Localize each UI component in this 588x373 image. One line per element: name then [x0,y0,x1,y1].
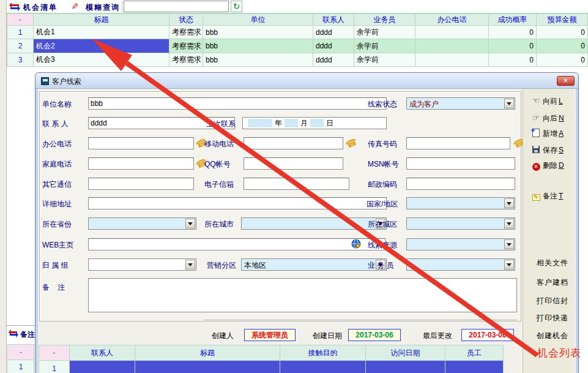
table-row-selected[interactable]: 2 机会2 考察需求 bbb dddd 余学前 0 0 [7,39,588,53]
remark-textarea[interactable] [88,278,517,312]
label-remark: 备 注 [42,282,65,293]
hand-right-icon: ☞ [530,113,541,122]
col-rownum[interactable]: - [7,13,34,26]
save-button[interactable]: 保存S [530,145,564,156]
nav-next-button[interactable]: ☞向后N [530,113,564,124]
create-customer-link[interactable]: 客户建档 [537,277,568,288]
dialog-titlebar[interactable]: 客户线索 ✕ [35,73,578,89]
menu-fuzzy-query[interactable]: 模糊查询 [86,2,120,13]
chevron-down-icon[interactable] [504,260,514,269]
label-msn: MSN帐号 [368,159,399,170]
label-district: 所在城区 [368,219,397,230]
chevron-down-icon[interactable] [504,219,514,228]
col-contact[interactable]: 联系人 [70,345,135,361]
label-web: WEB主页 [42,240,73,251]
modified-date-value: 2017-03-06 [461,329,514,341]
col-office-phone[interactable]: 办公电话 [415,13,489,26]
qq-input[interactable] [244,157,343,170]
add-button[interactable]: +新增A [530,129,564,139]
email-input[interactable] [244,178,349,190]
hand-left-icon: ☜ [530,96,541,105]
lead-source-combo[interactable] [406,238,515,251]
col-employee[interactable]: 员工 [445,345,504,361]
col-rownum[interactable]: - [39,345,70,361]
note-row-1[interactable]: 1 [7,360,34,373]
chevron-down-icon[interactable] [504,99,514,108]
chevron-down-icon[interactable] [504,198,514,208]
floppy-icon [530,146,541,154]
col-status[interactable]: 状态 [169,13,203,26]
col-purpose[interactable]: 接触目的 [280,345,366,361]
window-edge [0,0,7,373]
table-row[interactable]: 3 机会3 考察需求 bbb dddd 余学前 0 0 [7,53,588,67]
fuzzy-query-icon: ✎ [70,2,80,10]
postcode-input[interactable] [406,178,515,190]
dialog-title: 客户线索 [52,77,81,87]
create-opportunity-link[interactable]: 创建机会 [537,331,568,341]
city-combo[interactable] [241,217,387,230]
label-modified-date: 最后更改 [423,331,452,341]
group-combo[interactable] [88,258,196,271]
other-comm-input[interactable] [88,178,194,190]
note-button[interactable]: ✎备注T [530,191,563,202]
related-files-link[interactable]: 相关文件 [537,258,568,268]
chevron-down-icon[interactable] [504,239,514,249]
label-last-contact: 上次联系 [206,119,236,129]
creator-value: 系统管理员 [244,329,296,341]
chevron-down-icon[interactable] [185,260,195,269]
dialog-body: 单位名称 线索状态 成为客户 联 系 人 上次联系 年 月 日 办公电话 ☎ 移… [38,89,576,373]
separator [204,320,517,321]
salesman-combo[interactable] [406,258,515,271]
col-title[interactable]: 标题 [135,345,280,361]
col-salesman[interactable]: 业务员 [354,13,415,26]
col-unit[interactable]: 单位 [203,13,313,26]
fax-input[interactable] [406,137,510,149]
note-window-title[interactable]: 备注 [20,330,35,340]
print-express-link[interactable]: 打印快递 [537,313,568,323]
address-input[interactable] [88,197,387,209]
label-qq: QQ帐号 [204,159,231,170]
close-icon[interactable]: ✕ [557,76,575,86]
print-envelope-link[interactable]: 打印信封 [537,296,568,306]
col-budget[interactable]: 预算金额 [537,13,588,26]
label-city: 所在城市 [204,219,234,230]
label-salesman: 业 务 员 [368,260,394,271]
label-postcode: 邮政编码 [368,179,397,190]
web-input[interactable] [88,238,385,251]
marketing-zone-combo[interactable]: 本地区 [241,258,387,271]
chevron-down-icon[interactable] [185,219,195,228]
refresh-icon[interactable]: ↻ [231,1,242,12]
nav-prev-button[interactable]: ☜向前L [530,96,563,107]
label-lead-status: 线索状态 [368,99,397,110]
office-phone-input[interactable] [88,137,194,149]
msn-input[interactable] [406,157,515,170]
table-header-row: - 标题 状态 单位 联系人 业务员 办公电话 成功概率 预算金额 [7,13,588,26]
visit-table-row-selected[interactable]: 1 [39,361,504,373]
label-province: 所在省份 [42,219,72,230]
label-contact: 联 系 人 [42,119,69,129]
province-combo[interactable] [88,217,196,230]
col-title[interactable]: 标题 [34,13,169,26]
col-visit-date[interactable]: 访问日期 [366,345,445,361]
search-input[interactable] [124,1,229,12]
mobile-phone-input[interactable] [244,137,343,149]
lead-status-combo[interactable]: 成为客户 [406,97,515,110]
label-address: 详细地址 [42,199,72,209]
last-contact-date-field[interactable]: 年 月 日 [242,117,387,129]
col-probability[interactable]: 成功概率 [489,13,537,26]
company-input[interactable] [88,97,387,110]
menu-opportunity-list[interactable]: 机会清单 [23,2,58,13]
home-phone-input[interactable] [88,157,194,170]
col-contact[interactable]: 联系人 [313,13,354,26]
country-combo[interactable] [406,197,515,209]
table-row[interactable]: 1 机会1 考察需求 bbb dddd 余学前 0 0 [7,26,588,39]
swap-arrows-icon [9,330,18,337]
customer-lead-dialog: 客户线索 ✕ 单位名称 线索状态 成为客户 联 系 人 上次联系 年 月 日 办 [35,72,579,373]
note-col-rownum[interactable]: - [7,344,34,360]
delete-button[interactable]: ✕删除D [530,160,564,171]
district-combo[interactable] [406,217,515,230]
background-note-window: 备注 - 1 [7,325,35,373]
red-x-icon: ✕ [530,161,541,171]
label-created-date: 创建日期 [313,331,342,341]
swap-arrows-icon [9,2,20,11]
